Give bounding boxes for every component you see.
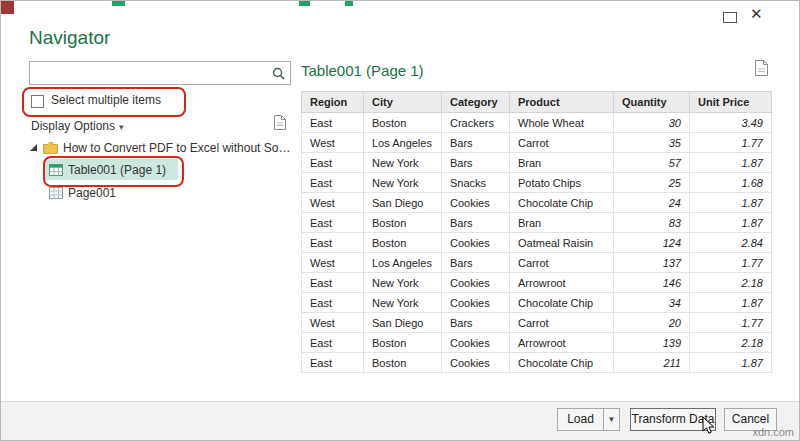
table-icon	[49, 164, 63, 176]
table-cell: Chocolate Chip	[510, 193, 614, 213]
search-icon	[272, 67, 285, 80]
tree-item-label: Table001 (Page 1)	[68, 163, 166, 177]
preview-document-icon[interactable]	[754, 59, 769, 81]
table-cell: 1.87	[690, 213, 772, 233]
table-row: EastNew YorkCookiesArrowroot1462.18	[302, 273, 772, 293]
watermark-text: xdn.com	[752, 426, 794, 438]
table-row: WestLos AngelesBarsCarrot1371.77	[302, 253, 772, 273]
search-input[interactable]	[34, 64, 270, 84]
table-row: EastBostonBarsBran831.87	[302, 213, 772, 233]
table-cell: Cookies	[442, 233, 510, 253]
table-cell: Boston	[364, 113, 442, 133]
table-cell: Bars	[442, 253, 510, 273]
table-cell: New York	[364, 273, 442, 293]
table-cell: West	[302, 193, 364, 213]
table-row: EastNew YorkSnacksPotato Chips251.68	[302, 173, 772, 193]
table-cell: 211	[614, 353, 690, 373]
restore-icon[interactable]	[723, 12, 737, 23]
display-options-dropdown[interactable]: Display Options▾	[31, 119, 124, 133]
table-cell: Whole Wheat	[510, 113, 614, 133]
table-row: EastBostonCrackersWhole Wheat303.49	[302, 113, 772, 133]
table-cell: 35	[614, 133, 690, 153]
table-cell: Arrowroot	[510, 333, 614, 353]
refresh-preview-icon[interactable]	[273, 114, 287, 135]
ribbon-artifact	[345, 1, 353, 6]
load-dropdown-arrow[interactable]: ▼	[603, 408, 620, 431]
table-cell: Bars	[442, 133, 510, 153]
table-cell: Los Angeles	[364, 253, 442, 273]
table-cell: Chocolate Chip	[510, 293, 614, 313]
tree-item-page001[interactable]: Page001	[49, 183, 116, 203]
table-cell: Boston	[364, 333, 442, 353]
page-title: Navigator	[29, 27, 110, 49]
table-cell: 83	[614, 213, 690, 233]
table-cell: 1.68	[690, 173, 772, 193]
tree-item-table001[interactable]: Table001 (Page 1)	[49, 160, 166, 180]
table-cell: Cookies	[442, 293, 510, 313]
table-row: EastBostonCookiesOatmeal Raisin1242.84	[302, 233, 772, 253]
column-header: Category	[442, 92, 510, 113]
table-cell: 139	[614, 333, 690, 353]
display-options-label: Display Options	[31, 119, 115, 133]
table-row: EastBostonCookiesChocolate Chip2111.87	[302, 353, 772, 373]
table-cell: East	[302, 213, 364, 233]
table-row: WestSan DiegoCookiesChocolate Chip241.87	[302, 193, 772, 213]
table-cell: 20	[614, 313, 690, 333]
table-cell: Arrowroot	[510, 273, 614, 293]
column-header: Product	[510, 92, 614, 113]
table-cell: San Diego	[364, 193, 442, 213]
table-cell: Carrot	[510, 313, 614, 333]
tree-item-workbook[interactable]: How to Convert PDF to Excel without Soft…	[43, 138, 291, 158]
transform-data-button[interactable]: Transform Data	[630, 408, 716, 431]
preview-table: RegionCityCategoryProductQuantityUnit Pr…	[301, 91, 772, 373]
table-cell: 1.77	[690, 313, 772, 333]
ribbon-artifact	[299, 1, 310, 6]
table-cell: East	[302, 233, 364, 253]
table-cell: East	[302, 153, 364, 173]
folder-icon	[43, 142, 58, 154]
table-cell: Boston	[364, 233, 442, 253]
table-cell: 57	[614, 153, 690, 173]
column-header: Region	[302, 92, 364, 113]
table-cell: 2.84	[690, 233, 772, 253]
table-cell: Bran	[510, 213, 614, 233]
table-cell: 1.87	[690, 353, 772, 373]
table-row: EastNew YorkBarsBran571.87	[302, 153, 772, 173]
table-cell: 25	[614, 173, 690, 193]
table-cell: East	[302, 353, 364, 373]
table-cell: Carrot	[510, 253, 614, 273]
table-cell: Boston	[364, 353, 442, 373]
preview-title: Table001 (Page 1)	[301, 62, 424, 79]
tree-expander-icon[interactable]	[30, 144, 37, 151]
table-cell: 24	[614, 193, 690, 213]
table-cell: Cookies	[442, 333, 510, 353]
table-cell: 2.18	[690, 333, 772, 353]
preview-table-header-row: RegionCityCategoryProductQuantityUnit Pr…	[302, 92, 772, 113]
close-icon[interactable]: ✕	[750, 6, 763, 21]
search-box	[29, 61, 291, 85]
table-cell: Snacks	[442, 173, 510, 193]
table-cell: New York	[364, 153, 442, 173]
load-button[interactable]: Load	[557, 408, 604, 431]
corner-artifact	[1, 1, 14, 14]
select-multiple-label: Select multiple items	[51, 93, 161, 107]
table-cell: West	[302, 253, 364, 273]
select-multiple-checkbox[interactable]	[31, 95, 44, 108]
table-cell: 34	[614, 293, 690, 313]
table-cell: Bars	[442, 213, 510, 233]
preview-table-body: EastBostonCrackersWhole Wheat303.49WestL…	[302, 113, 772, 373]
table-cell: East	[302, 173, 364, 193]
table-cell: Potato Chips	[510, 173, 614, 193]
table-row: WestSan DiegoBarsCarrot201.77	[302, 313, 772, 333]
column-header: Quantity	[614, 92, 690, 113]
table-cell: Bran	[510, 153, 614, 173]
column-header: City	[364, 92, 442, 113]
table-cell: 137	[614, 253, 690, 273]
ribbon-artifact	[112, 1, 125, 6]
column-header: Unit Price	[690, 92, 772, 113]
table-cell: San Diego	[364, 313, 442, 333]
table-cell: Carrot	[510, 133, 614, 153]
table-cell: 1.77	[690, 133, 772, 153]
table-cell: Cookies	[442, 193, 510, 213]
table-cell: Oatmeal Raisin	[510, 233, 614, 253]
